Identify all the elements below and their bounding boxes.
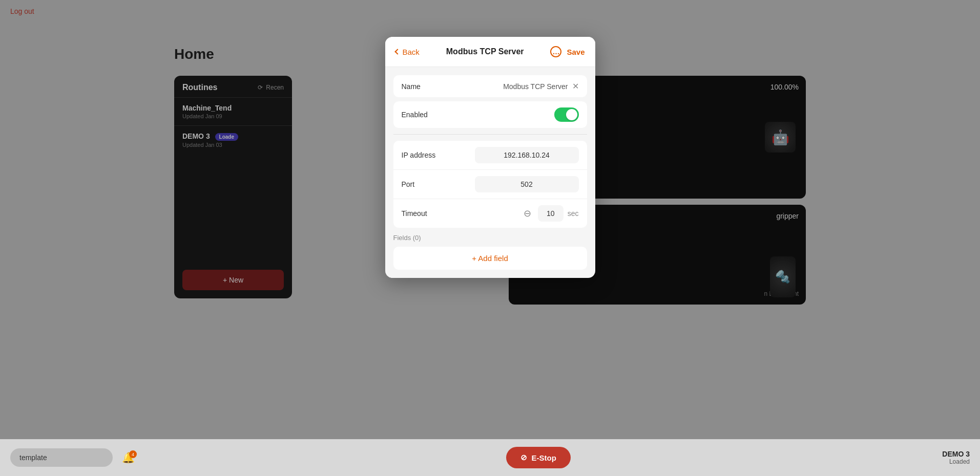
port-label: Port <box>402 180 415 188</box>
config-section: IP address Port Timeout ⊖ 10 sec <box>393 141 587 228</box>
modal-body: Name Modbus TCP Server ✕ Enabled IP addr… <box>385 67 595 278</box>
name-value-group: Modbus TCP Server ✕ <box>503 81 578 91</box>
demo-loaded: Loaded <box>942 458 970 465</box>
enabled-field-row: Enabled <box>393 101 587 128</box>
name-label: Name <box>402 82 421 91</box>
notification-badge: 4 <box>129 450 137 458</box>
enabled-label: Enabled <box>402 111 428 119</box>
modal-actions: … Save <box>550 46 585 57</box>
more-icon: … <box>550 46 561 57</box>
template-input[interactable] <box>10 448 113 467</box>
modal-header: Back Modbus TCP Server … Save <box>385 37 595 67</box>
modbus-modal: Back Modbus TCP Server … Save Name Modbu… <box>385 37 595 278</box>
back-button[interactable]: Back <box>395 48 420 56</box>
timeout-row: Timeout ⊖ 10 sec <box>393 199 587 228</box>
port-row: Port <box>393 170 587 199</box>
modal-title: Modbus TCP Server <box>446 47 524 56</box>
enabled-toggle[interactable] <box>554 107 579 122</box>
fields-header: Fields (0) <box>393 234 587 242</box>
ip-address-input[interactable] <box>475 147 579 163</box>
name-value: Modbus TCP Server <box>503 82 568 91</box>
section-divider <box>393 134 587 135</box>
port-input[interactable] <box>475 176 579 192</box>
more-options-button[interactable]: … <box>550 46 561 57</box>
toggle-thumb <box>566 109 577 120</box>
add-field-button[interactable]: + Add field <box>393 247 587 270</box>
notifications-button[interactable]: 🔔 4 <box>122 451 135 464</box>
timeout-unit: sec <box>568 209 579 218</box>
ip-address-row: IP address <box>393 141 587 170</box>
ip-label: IP address <box>402 151 436 159</box>
name-field-row: Name Modbus TCP Server ✕ <box>393 75 587 97</box>
bottom-bar: 🔔 4 ⊘ E-Stop DEMO 3 Loaded <box>0 439 980 476</box>
chevron-left-icon <box>394 49 400 54</box>
bottom-left-group: 🔔 4 <box>10 448 135 467</box>
timeout-control: ⊖ 10 sec <box>522 205 579 222</box>
estop-icon: ⊘ <box>520 453 527 462</box>
save-button[interactable]: Save <box>567 48 585 56</box>
timeout-label: Timeout <box>402 209 427 218</box>
estop-button[interactable]: ⊘ E-Stop <box>506 447 570 468</box>
demo-status: DEMO 3 Loaded <box>942 450 970 465</box>
demo-name: DEMO 3 <box>942 450 970 458</box>
timeout-value: 10 <box>538 205 564 222</box>
timeout-decrease-button[interactable]: ⊖ <box>522 207 534 220</box>
name-clear-button[interactable]: ✕ <box>572 81 579 91</box>
